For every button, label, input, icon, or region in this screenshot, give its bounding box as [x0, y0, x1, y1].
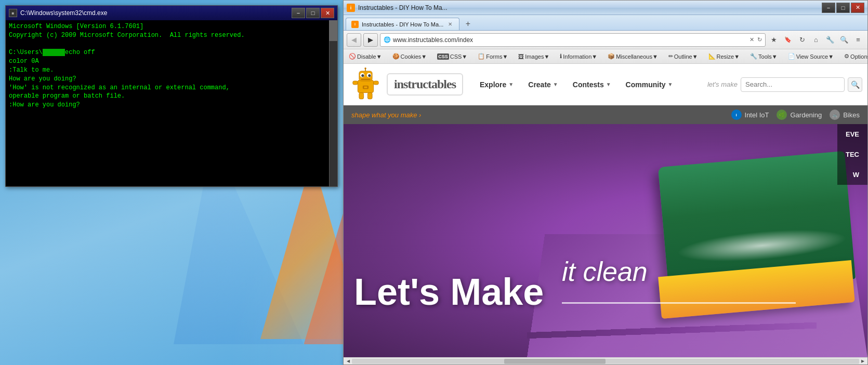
browser-close-button[interactable]: ✕ [851, 3, 864, 13]
search-input[interactable] [741, 77, 845, 92]
toolbar-cookies[interactable]: 🍪 Cookies▼ [390, 52, 429, 61]
tagline-text: shape what you make [351, 111, 419, 119]
bikes-label: Bikes [843, 111, 860, 119]
viewsource-icon: 📄 [788, 53, 795, 60]
svg-rect-11 [353, 81, 358, 85]
scroll-right-button[interactable]: ▶ [859, 358, 866, 365]
browser-tab-active[interactable]: i Instructables - DIY How To Ma... ✕ [346, 18, 459, 30]
svg-point-8 [364, 67, 366, 69]
cmd-maximize-button[interactable]: □ [306, 8, 320, 18]
tools-label: Tools▼ [758, 53, 778, 60]
stop-icon[interactable]: ✕ [749, 36, 754, 43]
instructables-logo: instructables [349, 67, 463, 101]
toolbar-tools[interactable]: 🔧 Tools▼ [748, 52, 780, 61]
svg-rect-14 [364, 86, 367, 88]
explore-dropdown-icon: ▼ [508, 82, 514, 87]
address-bar-input[interactable] [393, 36, 747, 44]
toolbar-information[interactable]: ℹ Information▼ [558, 52, 599, 61]
cmd-close-button[interactable]: ✕ [321, 8, 334, 18]
hero-label-2: TEC [837, 144, 867, 165]
browser-horizontal-scrollbar[interactable]: ◀ ▶ [344, 357, 867, 364]
refresh-button[interactable]: ↻ [796, 34, 808, 46]
back-button[interactable]: ◀ [347, 33, 361, 47]
scroll-left-button[interactable]: ◀ [345, 358, 352, 365]
search-button[interactable]: 🔍 [848, 77, 862, 92]
css-label: CSS▼ [450, 53, 468, 60]
information-label: Information▼ [563, 53, 597, 60]
svg-point-5 [368, 74, 371, 77]
cmd-output: Microsoft Windows [Version 6.1.7601] Cop… [9, 22, 334, 110]
gardening-dot-icon: 🌿 [777, 110, 787, 120]
svg-rect-9 [359, 93, 364, 99]
sponge-visual [527, 124, 867, 357]
toolbar-forms[interactable]: 📋 Forms▼ [476, 52, 510, 61]
hero-title: Let's Make [354, 273, 544, 310]
misc-label: Miscellaneous▼ [616, 53, 658, 60]
cookies-label: Cookies▼ [401, 53, 427, 60]
nav-explore[interactable]: Explore ▼ [474, 77, 520, 92]
refresh-icon[interactable]: ↻ [757, 36, 762, 43]
bikes-dot-icon: 🚲 [830, 110, 840, 120]
toolbar-images[interactable]: 🖼 Images▼ [516, 52, 551, 61]
contests-label: Contests [573, 80, 604, 89]
svg-rect-10 [367, 93, 372, 99]
favorites-icon[interactable]: ★ [768, 34, 780, 46]
svg-rect-12 [374, 81, 379, 85]
cookies-icon: 🍪 [392, 53, 400, 60]
create-dropdown-icon: ▼ [553, 82, 558, 87]
misc-icon: 📦 [608, 53, 615, 60]
subnav-intel-iot[interactable]: i Intel IoT [731, 110, 769, 120]
browser-minimize-button[interactable]: − [822, 3, 835, 13]
disable-label: Disable▼ [357, 53, 382, 60]
instructables-robot-icon [349, 67, 383, 101]
toolbar-options[interactable]: ⚙ Options▼ [842, 52, 868, 61]
toolbar-disable[interactable]: 🚫 Disable▼ [347, 52, 384, 61]
forms-label: Forms▼ [486, 53, 508, 60]
options-icon: ⚙ [844, 53, 849, 60]
svg-point-4 [361, 74, 364, 77]
search-label: let's make [707, 80, 738, 88]
options-label: Options▼ [850, 53, 868, 60]
toolbar-css[interactable]: CSS CSS▼ [435, 52, 469, 61]
viewsource-label: View Source▼ [796, 53, 834, 60]
new-tab-button[interactable]: + [462, 18, 474, 30]
toolbar-resize[interactable]: 📐 Resize▼ [706, 52, 742, 61]
browser-titlebar: i Instructables - DIY How To Ma... − □ ✕ [344, 1, 867, 15]
cmd-scrollbar[interactable] [329, 20, 337, 186]
hscroll-thumb[interactable] [504, 359, 606, 364]
tools-icon: 🔧 [750, 53, 757, 60]
browser-tabbar: i Instructables - DIY How To Ma... ✕ + [344, 15, 867, 31]
explore-label: Explore [480, 80, 506, 89]
information-icon: ℹ [560, 53, 562, 60]
tab-close-button[interactable]: ✕ [446, 21, 454, 28]
home-button[interactable]: ⌂ [810, 34, 822, 46]
browser-favicon-icon: i [347, 4, 355, 12]
browser-maximize-button[interactable]: □ [836, 3, 850, 13]
nav-create[interactable]: Create ▼ [522, 77, 564, 92]
instructables-logo-text[interactable]: instructables [387, 73, 463, 96]
css-icon: CSS [437, 53, 449, 60]
cmd-minimize-button[interactable]: − [292, 8, 305, 18]
browser-menu-button[interactable]: ≡ [852, 34, 864, 46]
nav-contests[interactable]: Contests ▼ [567, 77, 617, 92]
add-favorites-icon[interactable]: 🔖 [782, 34, 794, 46]
toolbar-view-source[interactable]: 📄 View Source▼ [786, 52, 836, 61]
cmd-scrollbar-thumb[interactable] [329, 20, 337, 41]
tools-icon[interactable]: 🔧 [824, 34, 836, 46]
browser-navbar: ◀ ▶ 🌐 ✕ ↻ ★ 🔖 ↻ ⌂ 🔧 🔍 ≡ [344, 31, 867, 49]
subnav-bikes[interactable]: 🚲 Bikes [830, 110, 860, 120]
forward-button[interactable]: ▶ [363, 33, 378, 47]
cmd-body: Microsoft Windows [Version 6.1.7601] Cop… [6, 20, 337, 186]
nav-community[interactable]: Community ▼ [620, 77, 679, 92]
subnav-links: i Intel IoT 🌿 Gardening 🚲 Bikes [731, 110, 860, 120]
gardening-label: Gardening [790, 111, 822, 119]
toolbar-miscellaneous[interactable]: 📦 Miscellaneous▼ [606, 52, 660, 61]
community-dropdown-icon: ▼ [668, 82, 673, 87]
toolbar-outline[interactable]: ✏ Outline▼ [666, 52, 700, 61]
search-button[interactable]: 🔍 [838, 34, 850, 46]
create-label: Create [528, 80, 551, 89]
browser-toolbar: 🚫 Disable▼ 🍪 Cookies▼ CSS CSS▼ 📋 Forms▼ … [344, 49, 867, 64]
images-icon: 🖼 [518, 53, 524, 60]
subnav-gardening[interactable]: 🌿 Gardening [777, 110, 822, 120]
search-icon: 🔍 [851, 80, 860, 89]
